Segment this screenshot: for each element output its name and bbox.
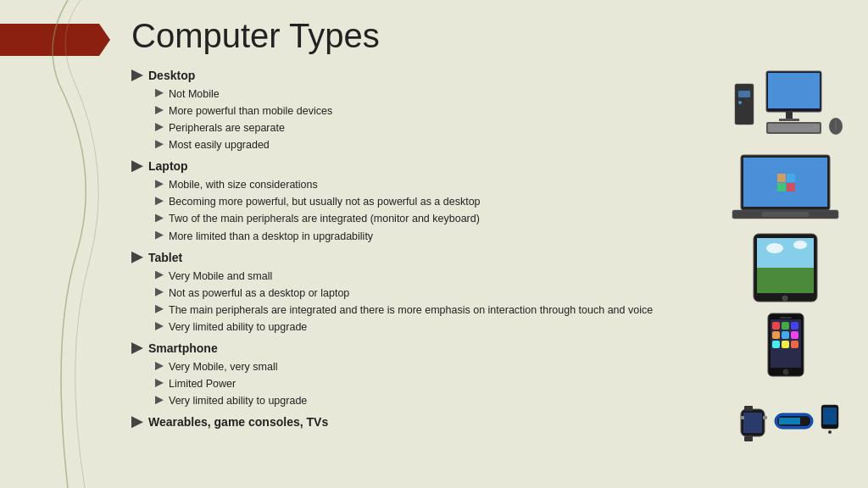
category-label-2: Tablet xyxy=(148,251,182,264)
list-item: Most easily upgraded xyxy=(155,137,332,152)
list-item: More limited than a desktop in upgradabi… xyxy=(155,229,481,244)
sub-bullet-icon-0-2 xyxy=(155,123,164,131)
svg-rect-44 xyxy=(744,436,753,441)
svg-rect-40 xyxy=(743,413,762,433)
sub-text-1-2: Two of the main peripherals are integrat… xyxy=(169,211,480,226)
page-title: Computer Types xyxy=(131,17,860,55)
sub-bullet-icon-2-2 xyxy=(155,305,164,313)
svg-rect-1 xyxy=(768,73,820,108)
svg-point-37 xyxy=(783,369,788,374)
category-label-4: Wearables, game consoles, TVs xyxy=(148,415,328,429)
svg-point-24 xyxy=(793,241,807,249)
category-content-0: DesktopNot MobileMore powerful than mobi… xyxy=(148,67,332,154)
sub-bullet-icon-2-0 xyxy=(155,271,164,280)
category-label-1: Laptop xyxy=(148,159,188,173)
desktop-image xyxy=(720,67,851,143)
category-content-3: SmartphoneVery Mobile, very smallLimited… xyxy=(148,340,307,410)
list-item: Limited Power xyxy=(155,376,307,391)
bullet-icon-3 xyxy=(131,342,143,354)
svg-rect-35 xyxy=(782,341,789,348)
list-item: Mobile, with size considerations xyxy=(155,177,481,192)
sub-text-2-1: Not as powerful as a desktop or laptop xyxy=(169,286,349,301)
list-item: Very limited ability to upgrade xyxy=(155,393,307,408)
list-item: More powerful than mobile devices xyxy=(155,103,332,119)
svg-rect-13 xyxy=(777,174,786,182)
bullet-icon-0 xyxy=(131,69,143,81)
sub-bullet-icon-3-0 xyxy=(155,362,164,370)
sub-bullet-icon-3-1 xyxy=(155,379,164,387)
svg-point-23 xyxy=(766,243,783,253)
sub-bullet-icon-0-3 xyxy=(155,140,164,148)
bullet-icon-1 xyxy=(131,160,143,172)
tablet-image xyxy=(720,230,851,306)
svg-rect-36 xyxy=(791,341,798,348)
sub-bullet-icon-3-2 xyxy=(155,396,164,404)
red-arrow-decoration xyxy=(0,24,110,56)
sub-list-3: Very Mobile, very smallLimited PowerVery… xyxy=(155,359,307,408)
category-content-4: Wearables, game consoles, TVs xyxy=(148,413,328,431)
svg-rect-2 xyxy=(786,112,793,119)
category-label-3: Smartphone xyxy=(148,341,218,355)
list-item: Peripherals are separate xyxy=(155,120,332,136)
category-item-2: TabletVery Mobile and smallNot as powerf… xyxy=(131,249,711,336)
svg-rect-32 xyxy=(782,331,789,339)
sub-bullet-icon-2-3 xyxy=(155,322,164,330)
sub-bullet-icon-2-1 xyxy=(155,288,164,297)
svg-rect-22 xyxy=(757,268,814,293)
category-item-1: LaptopMobile, with size considerationsBe… xyxy=(131,158,711,245)
images-section xyxy=(711,67,860,469)
sub-list-1: Mobile, with size considerationsBecoming… xyxy=(155,177,481,244)
sub-text-2-2: The main peripherals are integrated and … xyxy=(169,302,653,318)
svg-rect-38 xyxy=(780,317,792,319)
smartphone-image xyxy=(720,311,851,387)
sub-text-3-0: Very Mobile, very small xyxy=(169,359,278,374)
category-item-4: Wearables, game consoles, TVs xyxy=(131,413,711,431)
sub-bullet-icon-1-0 xyxy=(155,180,164,188)
sub-text-0-1: More powerful than mobile devices xyxy=(169,103,332,119)
svg-rect-49 xyxy=(823,408,837,424)
main-content: Computer Types DesktopNot MobileMore pow… xyxy=(131,17,860,480)
text-section: DesktopNot MobileMore powerful than mobi… xyxy=(131,67,711,469)
wearables-image xyxy=(720,392,851,469)
sub-text-1-0: Mobile, with size considerations xyxy=(169,177,318,192)
sub-bullet-icon-1-3 xyxy=(155,231,164,240)
sub-text-0-0: Not Mobile xyxy=(169,86,220,102)
list-item: Becoming more powerful, but usually not … xyxy=(155,194,481,209)
svg-point-6 xyxy=(738,101,742,104)
content-area: DesktopNot MobileMore powerful than mobi… xyxy=(131,67,860,469)
list-item: Two of the main peripherals are integrat… xyxy=(155,211,481,226)
sub-text-3-1: Limited Power xyxy=(169,376,236,391)
list-item: Very limited ability to upgrade xyxy=(155,319,653,335)
bullet-icon-2 xyxy=(131,252,143,263)
decorative-lines xyxy=(0,0,136,488)
svg-rect-30 xyxy=(791,322,798,330)
sub-bullet-icon-0-0 xyxy=(155,89,164,97)
sub-list-2: Very Mobile and smallNot as powerful as … xyxy=(155,269,653,336)
svg-rect-16 xyxy=(787,183,795,191)
list-item: Very Mobile and small xyxy=(155,269,653,284)
svg-point-50 xyxy=(828,430,832,434)
sub-list-0: Not MobileMore powerful than mobile devi… xyxy=(155,86,332,153)
sub-bullet-icon-1-1 xyxy=(155,197,164,205)
sub-bullet-icon-0-1 xyxy=(155,106,164,114)
svg-rect-33 xyxy=(791,331,798,339)
svg-rect-31 xyxy=(772,331,780,339)
svg-rect-34 xyxy=(772,341,780,348)
list-item: Not Mobile xyxy=(155,86,332,102)
svg-point-25 xyxy=(782,296,787,301)
svg-rect-42 xyxy=(763,416,767,419)
list-item: Not as powerful as a desktop or laptop xyxy=(155,286,653,301)
laptop-image xyxy=(720,148,851,225)
sub-text-3-2: Very limited ability to upgrade xyxy=(169,393,307,408)
svg-rect-47 xyxy=(779,418,800,424)
svg-rect-18 xyxy=(762,212,809,217)
svg-rect-5 xyxy=(738,91,750,97)
sub-text-0-3: Most easily upgraded xyxy=(169,137,270,152)
category-list: DesktopNot MobileMore powerful than mobi… xyxy=(131,67,711,431)
category-label-0: Desktop xyxy=(148,69,195,82)
svg-rect-41 xyxy=(740,416,744,419)
category-content-2: TabletVery Mobile and smallNot as powerf… xyxy=(148,249,653,336)
sub-text-2-3: Very limited ability to upgrade xyxy=(169,319,307,335)
svg-rect-43 xyxy=(744,406,753,411)
category-item-3: SmartphoneVery Mobile, very smallLimited… xyxy=(131,340,711,410)
